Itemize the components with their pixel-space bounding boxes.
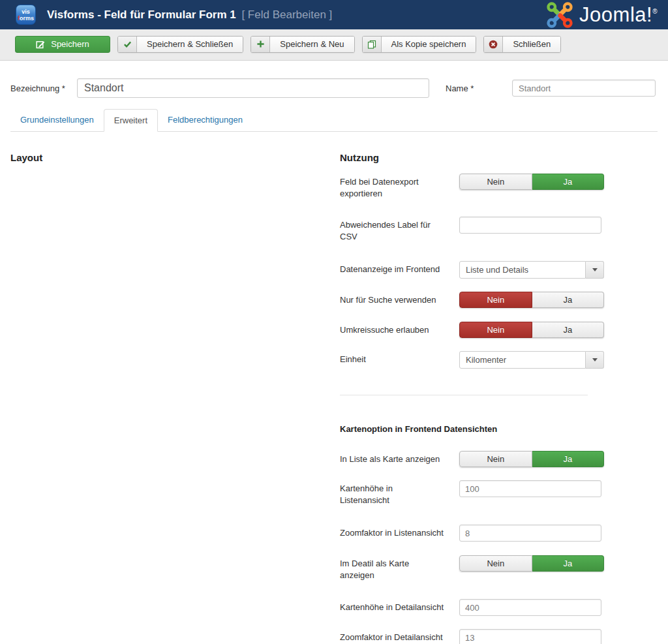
export-toggle-ja-button[interactable]: Ja [532, 174, 605, 190]
field-row-csv-label: Abweichendes Label für CSV [340, 217, 658, 243]
identity-row: Bezeichnung * Name * [10, 78, 658, 98]
list-map-height-label: Kartenhöhe in Listenansicht [340, 480, 459, 506]
save-copy-button[interactable]: Als Kopie speichern [362, 36, 477, 53]
save-new-button[interactable]: Speichern & Neu [250, 36, 354, 53]
joomla-wordmark: Joomla!® [579, 3, 658, 27]
detail-zoom-field[interactable] [459, 629, 601, 644]
page-title-mode: [ Feld Bearbeiten ] [241, 8, 332, 21]
visforms-logo-orms: orms [20, 15, 34, 22]
name-field[interactable] [512, 80, 656, 97]
field-row-search-only: Nur für Suche verwenden Nein Ja [340, 292, 658, 308]
page-title: Visforms - Feld für Formular Form 1 [ Fe… [47, 8, 332, 22]
page-title-main: Visforms - Feld für Formular Form 1 [47, 8, 236, 21]
close-label: Schließen [503, 37, 560, 52]
detail-zoom-label: Zoomfaktor in Detailansicht [340, 629, 459, 643]
field-row-list-zoom: Zoomfaktor in Listenansicht [340, 525, 658, 542]
save-button[interactable]: Speichern [15, 36, 110, 53]
detail-map-label: Im Deatil als Karte anzeigen [340, 555, 459, 581]
close-button[interactable]: Schließen [483, 36, 561, 53]
save-new-label: Speichern & Neu [270, 37, 354, 52]
frontend-display-value: Liste und Details [459, 261, 586, 279]
field-row-detail-map-height: Kartenhöhe in Detailansicht [340, 599, 658, 616]
section-divider [340, 395, 588, 395]
name-label: Name * [446, 84, 512, 93]
registered-mark: ® [652, 8, 658, 15]
field-row-unit: Einheit Kilomenter [340, 351, 658, 369]
field-row-export: Feld bei Datenexport exportieren Nein Ja [340, 174, 658, 200]
nutzung-column: Nutzung Feld bei Datenexport exportieren… [340, 151, 658, 644]
plus-icon [251, 37, 270, 52]
detail-map-nein-button[interactable]: Nein [459, 555, 532, 572]
radius-search-ja-button[interactable]: Ja [532, 322, 605, 338]
field-row-radius-search: Umkreissuche erlauben Nein Ja [340, 322, 658, 338]
joomla-logo-icon [546, 1, 573, 29]
visforms-logo-line2: forms [18, 15, 34, 22]
list-map-height-field[interactable] [459, 480, 601, 497]
admin-header: vis forms Visforms - Feld für Formular F… [0, 0, 668, 29]
export-toggle-nein-button[interactable]: Nein [459, 174, 532, 190]
visforms-logo-line1: vis [22, 8, 30, 15]
tab-feldberechtigungen[interactable]: Feldberechtigungen [158, 109, 252, 132]
field-row-list-map-height: Kartenhöhe in Listenansicht [340, 480, 658, 506]
radius-search-nein-button[interactable]: Nein [459, 322, 532, 338]
frontend-display-select[interactable]: Liste und Details [459, 261, 604, 279]
edit-icon [36, 40, 45, 49]
search-only-label: Nur für Suche verwenden [340, 292, 459, 306]
csv-label-field[interactable] [459, 217, 601, 234]
frontend-display-label: Datenanzeige im Frontend [340, 261, 459, 275]
search-only-nein-button[interactable]: Nein [459, 292, 532, 308]
list-zoom-label: Zoomfaktor in Listenansicht [340, 525, 459, 539]
field-row-list-map: In Liste als Karte anzeigen Nein Ja [340, 451, 658, 467]
bezeichnung-field[interactable] [77, 78, 429, 98]
tab-grundeinstellungen[interactable]: Grundeinstellungen [10, 109, 104, 132]
export-toggle: Nein Ja [459, 174, 604, 190]
joomla-logo: Joomla!® [546, 1, 658, 29]
tab-erweitert[interactable]: Erweitert [104, 109, 158, 132]
search-only-ja-button[interactable]: Ja [532, 292, 605, 308]
unit-label: Einheit [340, 351, 459, 365]
save-close-button[interactable]: Speichern & Schließen [117, 36, 243, 53]
radius-search-toggle: Nein Ja [459, 322, 604, 338]
export-label: Feld bei Datenexport exportieren [340, 174, 459, 200]
chevron-down-icon[interactable] [586, 261, 604, 279]
detail-map-toggle: Nein Ja [459, 555, 604, 572]
bezeichnung-label: Bezeichnung * [10, 84, 77, 93]
save-close-label: Speichern & Schließen [137, 37, 243, 52]
unit-value: Kilomenter [459, 351, 586, 369]
tab-bar: Grundeinstellungen Erweitert Feldberecht… [10, 109, 658, 132]
list-map-toggle: Nein Ja [459, 451, 604, 467]
close-icon [484, 37, 503, 52]
field-row-detail-zoom: Zoomfaktor in Detailansicht [340, 629, 658, 644]
save-button-label: Speichern [51, 39, 89, 49]
unit-select[interactable]: Kilomenter [459, 351, 604, 369]
field-row-frontend-display: Datenanzeige im Frontend Liste und Detai… [340, 261, 658, 279]
radius-search-label: Umkreissuche erlauben [340, 322, 459, 336]
toolbar: Speichern Speichern & Schließen Speicher… [0, 29, 668, 61]
csv-label-label: Abweichendes Label für CSV [340, 217, 459, 243]
list-map-label: In Liste als Karte anzeigen [340, 451, 459, 465]
detail-map-height-field[interactable] [459, 599, 601, 616]
tab-content: Layout Nutzung Feld bei Datenexport expo… [0, 151, 668, 644]
layout-column: Layout [10, 151, 340, 164]
detail-map-ja-button[interactable]: Ja [532, 555, 605, 572]
list-map-nein-button[interactable]: Nein [459, 451, 532, 467]
search-only-toggle: Nein Ja [459, 292, 604, 308]
karten-heading: Kartenoption in Frontend Datensichten [340, 424, 658, 434]
list-map-ja-button[interactable]: Ja [532, 451, 605, 467]
check-icon [118, 37, 137, 52]
nutzung-heading: Nutzung [340, 151, 658, 164]
layout-heading: Layout [10, 151, 340, 164]
save-copy-label: Als Kopie speichern [382, 37, 476, 52]
chevron-down-icon[interactable] [586, 351, 604, 369]
list-zoom-field[interactable] [459, 525, 601, 542]
field-row-detail-map: Im Deatil als Karte anzeigen Nein Ja [340, 555, 658, 581]
detail-map-height-label: Kartenhöhe in Detailansicht [340, 599, 459, 613]
visforms-logo-icon: vis forms [16, 5, 36, 25]
copy-icon [363, 37, 382, 52]
